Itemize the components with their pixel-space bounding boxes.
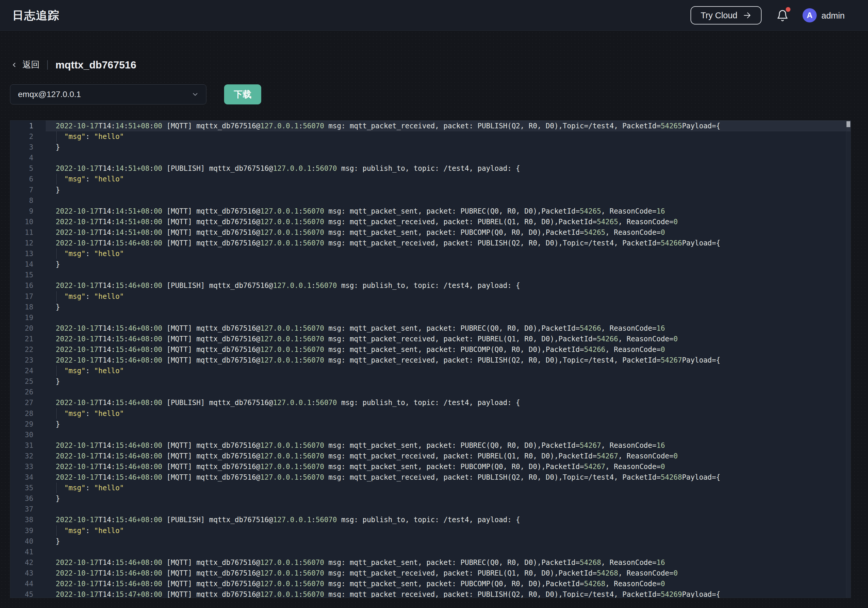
- log-line[interactable]: 37: [10, 504, 851, 515]
- log-line[interactable]: 232022-10-17T14:15:46+08:00 [MQTT] mqttx…: [10, 355, 851, 365]
- username[interactable]: admin: [822, 11, 845, 21]
- log-line[interactable]: 222022-10-17T14:15:46+08:00 [MQTT] mqttx…: [10, 344, 851, 355]
- log-line[interactable]: 382022-10-17T14:15:46+08:00 [PUBLISH] mq…: [10, 515, 851, 525]
- log-line[interactable]: 30: [10, 429, 851, 440]
- log-line-text: 2022-10-17T14:15:46+08:00 [MQTT] mqttx_d…: [46, 451, 851, 461]
- back-button[interactable]: 返回: [11, 59, 40, 71]
- log-line[interactable]: 3}: [10, 142, 851, 152]
- try-cloud-button[interactable]: Try Cloud: [691, 6, 761, 25]
- log-line[interactable]: 122022-10-17T14:15:46+08:00 [MQTT] mqttx…: [10, 238, 851, 249]
- log-line[interactable]: 162022-10-17T14:15:46+08:00 [PUBLISH] mq…: [10, 280, 851, 291]
- log-line-text: }: [46, 493, 851, 504]
- indent-guide: [56, 249, 57, 259]
- log-line[interactable]: 52022-10-17T14:14:51+08:00 [PUBLISH] mqt…: [10, 163, 851, 174]
- log-line[interactable]: 25}: [10, 376, 851, 387]
- line-number: 7: [10, 185, 46, 195]
- log-line-text: 2022-10-17T14:15:46+08:00 [MQTT] mqttx_d…: [46, 472, 851, 483]
- log-line-text: [46, 387, 851, 397]
- log-line[interactable]: 18}: [10, 302, 851, 313]
- line-number: 10: [10, 216, 46, 227]
- line-number: 27: [10, 397, 46, 408]
- log-line[interactable]: 442022-10-17T14:15:46+08:00 [MQTT] mqttx…: [10, 578, 851, 589]
- log-line[interactable]: 41: [10, 547, 851, 557]
- log-line-text: 2022-10-17T14:15:46+08:00 [MQTT] mqttx_d…: [46, 557, 851, 568]
- line-number: 1: [10, 121, 46, 131]
- line-number: 32: [10, 451, 46, 461]
- main-area: 返回 mqttx_db767516 emqx@127.0.0.1 下载 1202…: [0, 31, 868, 608]
- log-line[interactable]: 24 "msg": "hello": [10, 365, 851, 376]
- line-number: 12: [10, 238, 46, 249]
- avatar[interactable]: A: [803, 8, 817, 22]
- log-line-text: 2022-10-17T14:15:46+08:00 [PUBLISH] mqtt…: [46, 397, 851, 408]
- log-line[interactable]: 2 "msg": "hello": [10, 131, 851, 142]
- log-line-text: 2022-10-17T14:15:46+08:00 [MQTT] mqttx_d…: [46, 461, 851, 472]
- log-line[interactable]: 13 "msg": "hello": [10, 249, 851, 259]
- line-number: 6: [10, 174, 46, 184]
- download-button[interactable]: 下载: [224, 84, 261, 104]
- log-line[interactable]: 7}: [10, 185, 851, 195]
- log-line-text: 2022-10-17T14:15:46+08:00 [MQTT] mqttx_d…: [46, 334, 851, 344]
- line-number: 41: [10, 547, 46, 557]
- log-line-text: 2022-10-17T14:14:51+08:00 [MQTT] mqttx_d…: [46, 216, 851, 227]
- log-lines-container: 12022-10-17T14:14:51+08:00 [MQTT] mqttx_…: [10, 121, 851, 598]
- line-number: 34: [10, 472, 46, 483]
- log-line-text: "msg": "hello": [46, 249, 851, 259]
- line-number: 20: [10, 323, 46, 334]
- editor-scrollbar-thumb[interactable]: [846, 121, 850, 127]
- indent-guide: [56, 526, 57, 536]
- line-number: 33: [10, 461, 46, 472]
- log-line[interactable]: 35 "msg": "hello": [10, 483, 851, 493]
- log-line[interactable]: 202022-10-17T14:15:46+08:00 [MQTT] mqttx…: [10, 323, 851, 334]
- line-number: 15: [10, 270, 46, 280]
- log-line[interactable]: 26: [10, 387, 851, 397]
- breadcrumb: 返回 mqttx_db767516: [11, 58, 136, 72]
- editor-scrollbar-track[interactable]: [846, 121, 851, 598]
- log-line[interactable]: 92022-10-17T14:14:51+08:00 [MQTT] mqttx_…: [10, 206, 851, 216]
- log-line-text: 2022-10-17T14:15:46+08:00 [MQTT] mqttx_d…: [46, 238, 851, 249]
- log-line-text: 2022-10-17T14:15:46+08:00 [MQTT] mqttx_d…: [46, 323, 851, 334]
- line-number: 29: [10, 419, 46, 429]
- log-line[interactable]: 12022-10-17T14:14:51+08:00 [MQTT] mqttx_…: [10, 121, 851, 131]
- line-number: 37: [10, 504, 46, 515]
- line-number: 40: [10, 536, 46, 547]
- log-line[interactable]: 212022-10-17T14:15:46+08:00 [MQTT] mqttx…: [10, 334, 851, 344]
- log-line-text: 2022-10-17T14:14:51+08:00 [MQTT] mqttx_d…: [46, 206, 851, 216]
- log-line[interactable]: 6 "msg": "hello": [10, 174, 851, 184]
- log-line-text: "msg": "hello": [46, 526, 851, 536]
- log-line[interactable]: 8: [10, 195, 851, 206]
- indent-guide: [56, 174, 57, 184]
- log-line[interactable]: 322022-10-17T14:15:46+08:00 [MQTT] mqttx…: [10, 451, 851, 461]
- node-select[interactable]: emqx@127.0.0.1: [10, 84, 206, 104]
- back-label: 返回: [22, 59, 40, 71]
- log-line[interactable]: 14}: [10, 259, 851, 270]
- log-line[interactable]: 17 "msg": "hello": [10, 291, 851, 302]
- log-line[interactable]: 15: [10, 270, 851, 280]
- line-number: 3: [10, 142, 46, 152]
- log-line[interactable]: 272022-10-17T14:15:46+08:00 [PUBLISH] mq…: [10, 397, 851, 408]
- log-line[interactable]: 36}: [10, 493, 851, 504]
- log-editor[interactable]: 12022-10-17T14:14:51+08:00 [MQTT] mqttx_…: [10, 120, 851, 598]
- log-line-text: }: [46, 302, 851, 313]
- log-line[interactable]: 112022-10-17T14:14:51+08:00 [MQTT] mqttx…: [10, 227, 851, 238]
- log-line[interactable]: 29}: [10, 419, 851, 429]
- node-select-value: emqx@127.0.0.1: [10, 90, 191, 99]
- log-line-text: }: [46, 376, 851, 387]
- log-line[interactable]: 332022-10-17T14:15:46+08:00 [MQTT] mqttx…: [10, 461, 851, 472]
- log-line[interactable]: 312022-10-17T14:15:46+08:00 [MQTT] mqttx…: [10, 440, 851, 451]
- log-line-text: "msg": "hello": [46, 291, 851, 302]
- log-line[interactable]: 19: [10, 313, 851, 323]
- line-number: 23: [10, 355, 46, 365]
- indent-guide: [56, 483, 57, 493]
- log-line[interactable]: 4: [10, 152, 851, 163]
- log-line[interactable]: 432022-10-17T14:15:46+08:00 [MQTT] mqttx…: [10, 568, 851, 578]
- log-line[interactable]: 40}: [10, 536, 851, 547]
- log-line[interactable]: 422022-10-17T14:15:46+08:00 [MQTT] mqttx…: [10, 557, 851, 568]
- log-line-text: 2022-10-17T14:15:46+08:00 [MQTT] mqttx_d…: [46, 440, 851, 451]
- log-line[interactable]: 452022-10-17T14:15:47+08:00 [MQTT] mqttx…: [10, 589, 851, 598]
- log-line[interactable]: 342022-10-17T14:15:46+08:00 [MQTT] mqttx…: [10, 472, 851, 483]
- log-line[interactable]: 28 "msg": "hello": [10, 408, 851, 419]
- log-line[interactable]: 39 "msg": "hello": [10, 526, 851, 536]
- log-line[interactable]: 102022-10-17T14:14:51+08:00 [MQTT] mqttx…: [10, 216, 851, 227]
- notification-bell-button[interactable]: [776, 7, 790, 23]
- log-line-text: }: [46, 259, 851, 270]
